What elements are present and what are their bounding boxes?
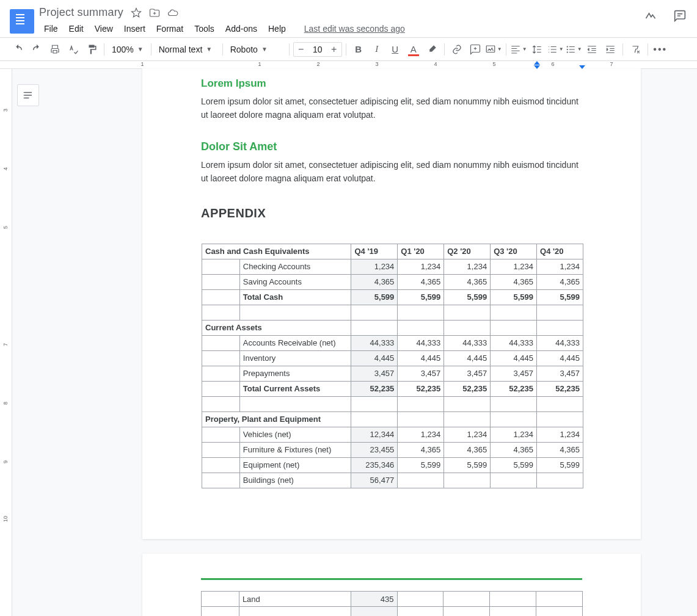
table-cell-value[interactable]: 4,445 bbox=[351, 350, 398, 366]
document-title[interactable]: Project summary bbox=[39, 6, 123, 19]
table-spacer[interactable] bbox=[444, 305, 491, 320]
activity-icon[interactable] bbox=[643, 9, 658, 23]
table-cell-empty[interactable] bbox=[351, 607, 397, 617]
heading-appendix[interactable]: APPENDIX bbox=[201, 206, 582, 220]
table-cell-empty[interactable] bbox=[537, 320, 583, 335]
table-cell-empty[interactable] bbox=[351, 320, 398, 335]
table-spacer[interactable] bbox=[491, 305, 537, 320]
table-column-header[interactable]: Q3 '20 bbox=[491, 244, 537, 259]
table-cell-value[interactable]: 3,457 bbox=[351, 366, 398, 381]
table-cell-empty[interactable] bbox=[397, 607, 443, 617]
table-row-label[interactable]: Checking Accounts bbox=[239, 259, 351, 274]
table-spacer[interactable] bbox=[239, 305, 351, 320]
table-cell-value[interactable]: 5,599 bbox=[491, 457, 537, 473]
table-spacer[interactable] bbox=[351, 396, 398, 411]
table-cell-value[interactable]: 44,333 bbox=[491, 335, 537, 350]
table-cell-value[interactable]: 4,365 bbox=[491, 442, 537, 457]
increase-indent-button[interactable] bbox=[602, 41, 619, 58]
financial-table[interactable]: Cash and Cash EquivalentsQ4 '19Q1 '20Q2 … bbox=[202, 244, 583, 488]
bold-button[interactable]: B bbox=[350, 41, 367, 58]
table-cell-value[interactable]: 1,234 bbox=[491, 259, 537, 274]
table-cell-value[interactable]: 3,457 bbox=[444, 366, 491, 381]
table-row-label[interactable]: Equipment (net) bbox=[239, 457, 351, 473]
table-cell-empty[interactable] bbox=[202, 289, 240, 305]
table-cell-empty[interactable] bbox=[202, 259, 240, 274]
table-cell-empty[interactable] bbox=[202, 274, 240, 289]
table-cell-value[interactable]: 1,234 bbox=[398, 427, 444, 442]
table-cell-value[interactable]: 5,599 bbox=[351, 289, 398, 305]
table-row-label[interactable]: Saving Accounts bbox=[239, 274, 351, 289]
table-cell-empty[interactable] bbox=[351, 411, 398, 427]
horizontal-ruler[interactable]: 1 1 2 3 4 5 6 7 bbox=[0, 61, 697, 69]
table-row-label[interactable]: Total Current Assets bbox=[239, 381, 351, 396]
heading-lorem-ipsum[interactable]: Lorem Ipsum bbox=[201, 78, 582, 90]
table-cell-empty[interactable] bbox=[239, 607, 351, 617]
paragraph[interactable]: Lorem ipsum dolor sit amet, consectetuer… bbox=[201, 158, 582, 186]
table-row-label[interactable]: Total Cash bbox=[239, 289, 351, 305]
first-line-indent-marker[interactable] bbox=[534, 61, 540, 65]
star-icon[interactable] bbox=[131, 7, 142, 18]
last-edit-link[interactable]: Last edit was seconds ago bbox=[299, 21, 410, 36]
table-cell-value[interactable]: 44,333 bbox=[537, 335, 583, 350]
table-cell-value[interactable]: 1,234 bbox=[351, 259, 398, 274]
table-spacer[interactable] bbox=[239, 396, 351, 411]
table-cell-value[interactable]: 4,365 bbox=[444, 442, 491, 457]
table-cell-value[interactable]: 12,344 bbox=[351, 427, 398, 442]
table-cell-empty[interactable] bbox=[202, 607, 239, 617]
table-cell-value[interactable] bbox=[536, 592, 583, 607]
table-cell-value[interactable]: 435 bbox=[351, 592, 397, 607]
table-cell-value[interactable]: 3,457 bbox=[537, 366, 583, 381]
table-cell-empty[interactable] bbox=[398, 411, 444, 427]
financial-table-continued[interactable]: Land435 bbox=[201, 591, 583, 616]
table-cell-empty[interactable] bbox=[444, 320, 491, 335]
table-spacer[interactable] bbox=[398, 396, 444, 411]
table-row-label[interactable]: Furniture & Fixtures (net) bbox=[239, 442, 351, 457]
table-cell-empty[interactable] bbox=[202, 350, 240, 366]
table-cell-empty[interactable] bbox=[443, 607, 490, 617]
table-cell-value[interactable]: 5,599 bbox=[398, 457, 444, 473]
paragraph-style-select[interactable]: Normal text▼ bbox=[155, 41, 219, 58]
table-spacer[interactable] bbox=[444, 396, 491, 411]
table-row-label[interactable]: Prepayments bbox=[239, 366, 351, 381]
italic-button[interactable]: I bbox=[368, 41, 385, 58]
table-cell-value[interactable]: 1,234 bbox=[444, 427, 491, 442]
table-cell-value[interactable]: 3,457 bbox=[491, 366, 537, 381]
menu-edit[interactable]: Edit bbox=[64, 21, 89, 36]
table-cell-empty[interactable] bbox=[491, 320, 537, 335]
table-cell-empty[interactable] bbox=[398, 320, 444, 335]
document-page-2[interactable]: Land435 bbox=[142, 554, 641, 616]
table-cell-value[interactable] bbox=[398, 473, 444, 488]
table-cell-value[interactable]: 52,235 bbox=[351, 381, 398, 396]
underline-button[interactable]: U bbox=[387, 41, 404, 58]
menu-view[interactable]: View bbox=[90, 21, 118, 36]
menu-addons[interactable]: Add-ons bbox=[221, 21, 262, 36]
table-cell-value[interactable]: 4,445 bbox=[444, 350, 491, 366]
insert-image-button[interactable]: ▼ bbox=[485, 41, 502, 58]
align-button[interactable]: ▼ bbox=[510, 41, 527, 58]
table-cell-value[interactable]: 52,235 bbox=[537, 381, 583, 396]
table-cell-empty[interactable] bbox=[536, 607, 583, 617]
table-cell-value[interactable]: 235,346 bbox=[351, 457, 398, 473]
table-spacer[interactable] bbox=[398, 305, 444, 320]
font-size-input[interactable]: 10 bbox=[308, 45, 327, 54]
decrease-indent-button[interactable] bbox=[583, 41, 600, 58]
vertical-ruler[interactable]: 3 4 5 7 8 9 10 bbox=[0, 69, 12, 616]
table-cell-value[interactable]: 1,234 bbox=[398, 259, 444, 274]
table-cell-value[interactable]: 4,445 bbox=[537, 350, 583, 366]
table-section-head[interactable]: Property, Plant and Equipment bbox=[202, 411, 351, 427]
table-section-head[interactable]: Cash and Cash Equivalents bbox=[202, 244, 351, 259]
table-cell-value[interactable]: 4,365 bbox=[444, 274, 491, 289]
menu-help[interactable]: Help bbox=[263, 21, 291, 36]
table-cell-empty[interactable] bbox=[491, 411, 537, 427]
add-comment-button[interactable] bbox=[467, 41, 484, 58]
table-cell-value[interactable]: 4,445 bbox=[398, 350, 444, 366]
increase-font-size-button[interactable]: + bbox=[327, 44, 341, 55]
table-row-label[interactable]: Vehicles (net) bbox=[239, 427, 351, 442]
table-cell-value[interactable]: 44,333 bbox=[398, 335, 444, 350]
clear-formatting-button[interactable] bbox=[627, 41, 644, 58]
menu-file[interactable]: File bbox=[39, 21, 63, 36]
highlight-color-button[interactable] bbox=[423, 41, 440, 58]
table-column-header[interactable]: Q4 '19 bbox=[351, 244, 398, 259]
menu-insert[interactable]: Insert bbox=[119, 21, 150, 36]
table-cell-empty[interactable] bbox=[202, 457, 240, 473]
